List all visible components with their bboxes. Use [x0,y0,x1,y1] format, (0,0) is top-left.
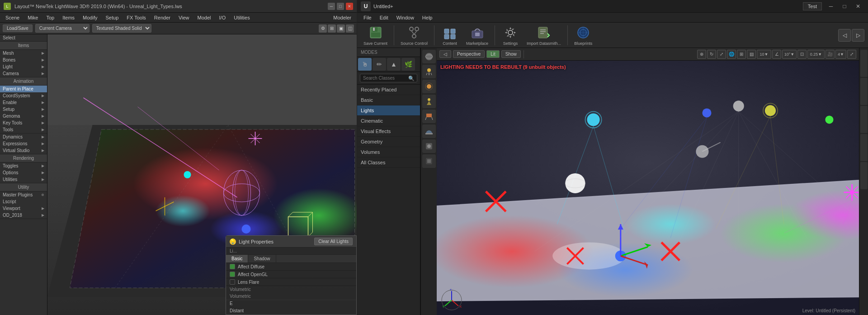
sidebar-item-expressions[interactable]: Expressions▶ [0,140,47,147]
lw-menu-fxtools[interactable]: FX Tools [123,14,150,21]
right-strip-btn-5[interactable] [860,162,868,189]
sidebar-item-camera[interactable]: Camera▶ [0,70,47,77]
sidebar-item-utilities[interactable]: Utilities▶ [0,176,47,183]
ue-menu-edit[interactable]: Edit [376,14,392,21]
toolbar-right-btn-1[interactable]: ◁ [838,29,851,42]
vp-maximize[interactable]: ⤢ [847,50,856,59]
class-visual-effects[interactable]: Visual Effects [357,126,420,137]
sidebar-item-mesh[interactable]: Mesh▶ [0,50,47,57]
vp-camera-speed[interactable]: 🎥 [826,50,835,59]
lw-menu-model[interactable]: Model [194,14,215,21]
sidebar-item-enable[interactable]: Enable▶ [0,99,47,106]
right-strip-btn-3[interactable] [860,106,868,133]
sidebar-item-genoma[interactable]: Genoma▶ [0,113,47,119]
toolbar-save-current[interactable]: Save Current [361,24,390,47]
perspective-button[interactable]: Perspective [453,50,485,58]
sky-light-icon-btn[interactable] [422,124,436,138]
settings-icon[interactable]: ⚙ [319,24,327,33]
sidebar-item-coordsystem[interactable]: CoordSystem▶ [0,92,47,99]
vp-snap-value[interactable]: 10▼ [757,50,771,59]
class-all-classes[interactable]: All Classes [357,158,420,168]
mode-tab-landscape[interactable]: ▲ [387,58,401,71]
sidebar-item-tools[interactable]: Tools▶ [0,126,47,133]
sidebar-item-virtual-studio[interactable]: Virtual Studio▶ [0,147,47,154]
sidebar-item-viewport[interactable]: Viewport▶ [0,205,47,212]
ue-3d-viewport[interactable]: LIGHTING NEEDS TO BE REBUILT (9 unbuilt … [437,61,859,315]
vp-scale-value[interactable]: 0.25▼ [807,50,825,59]
class-volumes[interactable]: Volumes [357,147,420,158]
affect-opengl-checkbox[interactable] [230,272,235,277]
sidebar-item-od2018[interactable]: OD_2018▶ [0,212,47,219]
sidebar-item-setup[interactable]: Setup▶ [0,106,47,113]
clear-all-lights-button[interactable]: Clear All Lights [314,238,353,245]
affect-diffuse-checkbox[interactable] [230,264,235,269]
lens-flare-checkbox[interactable] [230,279,235,285]
ue-minimize-button[interactable]: ─ [825,1,837,11]
sidebar-item-parent-in-place[interactable]: Parent in Place [0,86,47,92]
toolbar-right-btn-2[interactable]: ▷ [852,29,864,42]
vp-angle-value[interactable]: 10°▼ [782,50,797,59]
lw-minimize-button[interactable]: ─ [328,3,335,10]
lw-menu-modify[interactable]: Modify [79,14,101,21]
mode-tab-place[interactable]: 🖱 [358,58,372,71]
vp-angle-snap[interactable]: ∠ [772,50,781,59]
lw-viewport[interactable]: 💡 Light Properties Clear All Lights Li..… [47,34,357,315]
lw-menu-render[interactable]: Render [151,14,174,21]
class-geometry[interactable]: Geometry [357,137,420,147]
mode-tab-foliage[interactable]: 🌿 [401,58,415,71]
vp-icon-translate[interactable]: ⊕ [697,50,706,59]
lit-button[interactable]: Lit [486,50,500,58]
class-recently-placed[interactable]: Recently Placed [357,85,420,95]
ue-close-button[interactable]: ✕ [852,1,864,11]
viewport-mode-dropdown[interactable]: Textured Shaded Solid [92,24,151,33]
toolbar-import-datasmith[interactable]: Import Datasmith... [524,24,564,47]
ue-menu-file[interactable]: File [360,14,375,21]
lw-menu-io[interactable]: I/O [216,14,230,21]
point-light-icon-btn[interactable] [422,80,436,93]
extra-icon-btn-2[interactable] [422,154,436,168]
load-save-button[interactable]: Load/Save [3,24,33,32]
show-button[interactable]: Show [501,50,521,58]
ue-menu-help[interactable]: Help [419,14,436,21]
toolbar-blueprints[interactable]: Blueprints [571,24,595,47]
toolbar-content[interactable]: Content [438,24,462,47]
viewport-icons[interactable]: ◫ [346,24,354,33]
lw-menu-items[interactable]: Items [59,14,78,21]
vp-icon-scale[interactable]: ⤢ [717,50,726,59]
current-camera-dropdown[interactable]: Current Camera [35,24,90,33]
sidebar-item-lscript[interactable]: Lscript [0,198,47,205]
vp-icon-rotate[interactable]: ↻ [707,50,716,59]
sidebar-item-key-tools[interactable]: Key Tools▶ [0,119,47,126]
viewport-controls[interactable]: ▣ [337,24,345,33]
ue-maximize-button[interactable]: □ [838,1,851,11]
right-strip-btn-2[interactable] [860,78,868,105]
toolbar-source-control[interactable]: Source Control [398,24,430,47]
lw-menu-mike[interactable]: Mike [24,14,42,21]
lw-maximize-button[interactable]: □ [337,3,344,10]
lw-menu-utilities[interactable]: Utilities [230,14,253,21]
sidebar-item-options[interactable]: Options▶ [0,169,47,176]
right-strip-btn-4[interactable] [860,134,868,161]
ue-menu-window[interactable]: Window [393,14,418,21]
rect-light-icon-btn[interactable] [422,110,436,123]
lw-close-button[interactable]: ✕ [346,3,353,10]
sidebar-item-dynamics[interactable]: Dynamics▶ [0,134,47,140]
expand-icon[interactable]: ⊞ [328,24,336,33]
vp-arrow-left[interactable]: ◁ [439,50,451,58]
vp-icon-grid[interactable]: ▤ [747,50,756,59]
lw-menu-setup[interactable]: Setup [102,14,123,21]
lw-menu-scene[interactable]: Scene [2,14,23,21]
sphere-icon-btn[interactable] [422,50,436,63]
directional-light-icon-btn[interactable] [422,65,436,78]
lw-modeler-button[interactable]: Modeler [330,14,355,21]
vp-camera-value[interactable]: 4▼ [835,50,846,59]
mode-tab-paint[interactable]: ✏ [373,58,386,71]
toolbar-marketplace[interactable]: Marketplace [463,24,491,47]
vp-scale-snap[interactable]: ⊡ [797,50,807,59]
toolbar-settings[interactable]: Settings [499,24,522,47]
lw-menu-top[interactable]: Top [42,14,58,21]
sidebar-item-toggles[interactable]: Toggles▶ [0,162,47,169]
class-cinematic[interactable]: Cinematic [357,116,420,126]
right-strip-btn-1[interactable] [860,50,868,77]
spot-light-icon-btn[interactable] [422,95,436,108]
